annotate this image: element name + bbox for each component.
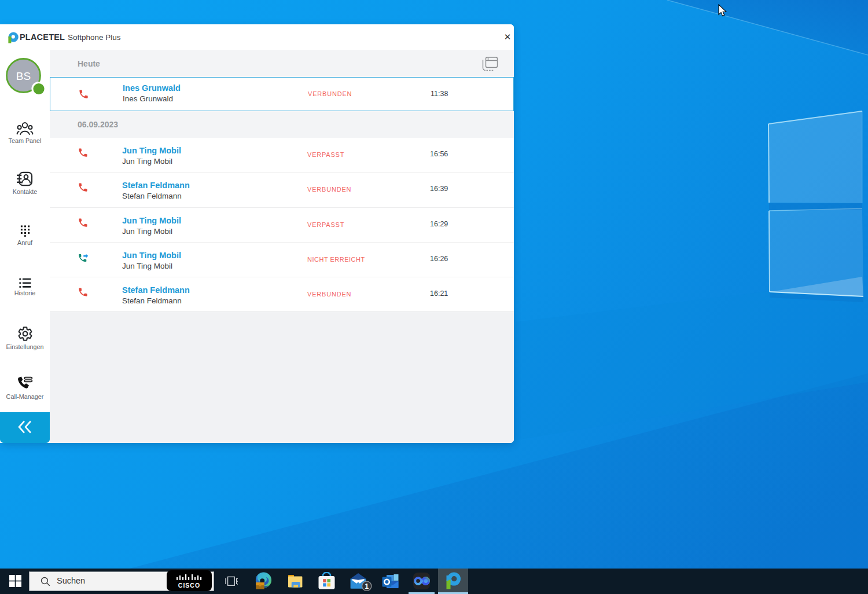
svg-text:BS: BS (16, 70, 31, 82)
svg-text:1: 1 (365, 582, 369, 591)
